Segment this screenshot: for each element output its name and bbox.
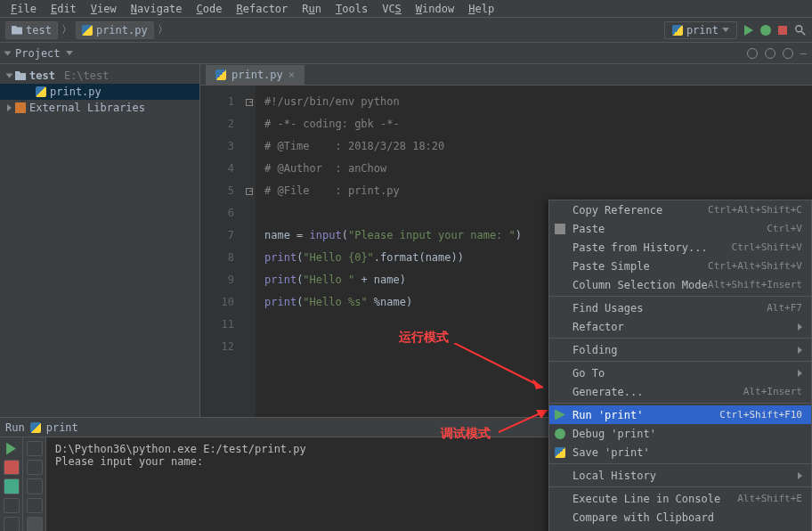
soft-wrap-button[interactable] [27, 478, 43, 494]
fold-icon[interactable] [246, 99, 253, 106]
tree-root-label: test [29, 69, 55, 82]
python-icon [82, 25, 93, 36]
python-icon [555, 447, 565, 458]
menu-tools[interactable]: Tools [329, 1, 375, 17]
pause-button[interactable] [4, 478, 20, 494]
python-icon [36, 86, 46, 97]
editor-tab[interactable]: print.py × [206, 65, 304, 85]
run-button[interactable] [744, 25, 753, 36]
tree-file[interactable]: print.py [0, 84, 199, 100]
menu-save-print[interactable]: Save 'print' [549, 443, 811, 462]
up-button[interactable] [27, 441, 43, 456]
python-icon [30, 422, 41, 433]
breadcrumb-file-label: print.py [96, 24, 148, 37]
stop-button[interactable] [778, 26, 787, 35]
tool-button[interactable] [4, 517, 20, 531]
project-title: Project [15, 47, 61, 60]
paste-icon [555, 224, 565, 234]
menu-generate[interactable]: Generate...Alt+Insert [549, 382, 811, 401]
python-icon [215, 69, 226, 80]
tree-external-label: External Libraries [29, 102, 145, 114]
tab-label: print.py [231, 69, 283, 81]
close-icon[interactable]: × [288, 69, 295, 81]
menu-folding[interactable]: Folding [549, 340, 811, 359]
tool-button[interactable] [4, 498, 20, 513]
menu-edit[interactable]: Edit [44, 1, 84, 17]
gear-icon[interactable] [783, 48, 793, 59]
tree-root[interactable]: test E:\test [0, 68, 199, 84]
menu-find-usages[interactable]: Find UsagesAlt+F7 [549, 298, 811, 317]
menu-view[interactable]: View [84, 1, 124, 17]
menu-bar: File Edit View Navigate Code Refactor Ru… [0, 0, 812, 18]
stop-button[interactable] [4, 460, 20, 475]
folder-icon [12, 26, 22, 35]
tree-file-label: print.py [50, 86, 102, 98]
python-icon [672, 25, 683, 36]
scroll-to-source-icon[interactable] [747, 48, 758, 59]
fold-icon[interactable] [246, 188, 253, 195]
menu-copy-reference[interactable]: Copy ReferenceCtrl+Alt+Shift+C [549, 200, 811, 219]
menu-run-print[interactable]: Run 'print'Ctrl+Shift+F10 [549, 405, 811, 424]
folder-icon [15, 71, 26, 80]
chevron-down-icon [722, 28, 729, 32]
menu-run[interactable]: Run [295, 1, 329, 17]
collapse-all-icon[interactable] [765, 48, 775, 59]
menu-navigate[interactable]: Navigate [124, 1, 190, 17]
submenu-arrow-icon [798, 323, 802, 331]
console-tools-left [0, 437, 23, 531]
menu-paste-history[interactable]: Paste from History...Ctrl+Shift+V [549, 238, 811, 257]
tree-arrow-icon [7, 104, 12, 111]
breadcrumb-separator: 〉 [61, 22, 72, 37]
print-button[interactable] [27, 517, 43, 531]
line-gutter: 123456789101112 [200, 86, 243, 417]
breadcrumb-folder[interactable]: test [5, 21, 58, 39]
menu-local-history[interactable]: Local History [549, 466, 811, 485]
hide-icon[interactable]: — [800, 47, 807, 60]
menu-refactor[interactable]: Refactor [549, 317, 811, 336]
menu-execute-line[interactable]: Execute Line in ConsoleAlt+Shift+E [549, 489, 811, 508]
breadcrumb: test 〉 print.py 〉 [5, 21, 168, 39]
menu-goto[interactable]: Go To [549, 364, 811, 382]
console-tools-right [23, 437, 46, 531]
search-icon[interactable] [794, 24, 807, 37]
menu-paste[interactable]: PasteCtrl+V [549, 219, 811, 238]
fold-column [243, 86, 256, 417]
menu-column-selection[interactable]: Column Selection ModeAlt+Shift+Insert [549, 275, 811, 294]
run-target-label: print [46, 421, 78, 434]
down-button[interactable] [27, 460, 43, 475]
menu-vcs[interactable]: VCS [375, 1, 409, 17]
project-collapse-icon[interactable] [4, 51, 12, 55]
menu-file[interactable]: File [4, 1, 44, 17]
scroll-end-button[interactable] [27, 498, 43, 513]
menu-help[interactable]: Help [461, 1, 501, 17]
menu-code[interactable]: Code [190, 1, 230, 17]
menu-refactor[interactable]: Refactor [230, 1, 296, 17]
bug-icon [555, 429, 565, 439]
rerun-button[interactable] [4, 441, 20, 456]
project-tree: test E:\test print.py External Libraries [0, 64, 200, 417]
context-menu: Copy ReferenceCtrl+Alt+Shift+C PasteCtrl… [548, 200, 812, 531]
menu-window[interactable]: Window [409, 1, 461, 17]
submenu-arrow-icon [798, 472, 802, 479]
menu-debug-print[interactable]: Debug 'print' [549, 424, 811, 443]
chevron-down-icon[interactable] [66, 51, 73, 55]
tree-arrow-icon [6, 74, 13, 78]
library-icon [15, 102, 26, 113]
submenu-arrow-icon [798, 370, 802, 377]
breadcrumb-file[interactable]: print.py [76, 21, 154, 39]
submenu-arrow-icon [798, 347, 802, 354]
svg-point-0 [796, 25, 802, 31]
tree-root-path: E:\test [64, 69, 110, 82]
run-config-selector[interactable]: print [664, 21, 737, 39]
menu-file-encoding[interactable]: File Encoding [549, 527, 811, 531]
tree-external-libs[interactable]: External Libraries [0, 100, 199, 116]
menu-paste-simple[interactable]: Paste SimpleCtrl+Alt+Shift+V [549, 257, 811, 275]
run-config-label: print [686, 24, 719, 37]
play-icon [555, 410, 565, 421]
menu-compare-clipboard[interactable]: Compare with Clipboard [549, 508, 811, 527]
breadcrumb-separator: 〉 [158, 22, 168, 37]
run-tab-label[interactable]: Run [5, 421, 25, 434]
toolbar-right: print [664, 21, 807, 39]
breadcrumb-folder-label: test [26, 24, 52, 37]
debug-button[interactable] [760, 25, 771, 36]
